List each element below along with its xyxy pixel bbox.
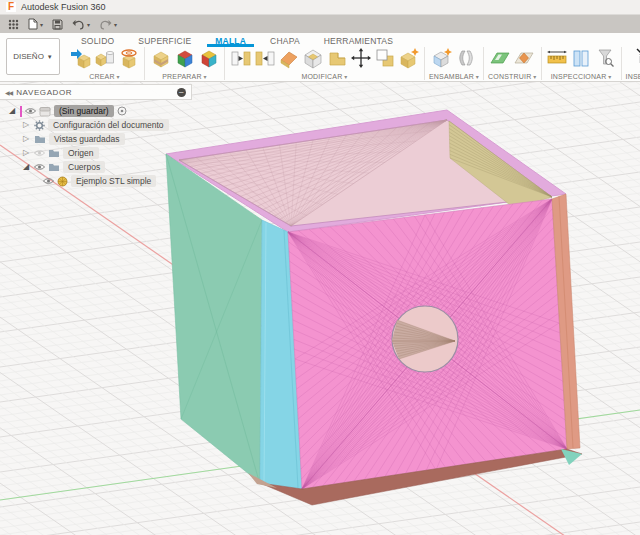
collapse-panel-icon[interactable]: ◀◀ (5, 89, 12, 96)
expanded-arrow-icon[interactable]: ◢ (9, 107, 17, 115)
erase-and-fill-icon[interactable] (277, 47, 300, 71)
collapsed-arrow-icon[interactable]: ▷ (23, 135, 31, 143)
tree-item-saved-views[interactable]: ▷ Vistas guardadas (0, 132, 192, 146)
group-label-insertar[interactable]: INSERTAR (626, 73, 640, 80)
app-launcher-icon[interactable] (8, 19, 19, 30)
tree-item-document-settings[interactable]: ▷ Configuración del documento (0, 118, 192, 132)
group-construir: CONSTRUIR (484, 47, 542, 80)
navigator-title: NAVEGADOR (16, 88, 173, 97)
tree-item-origin[interactable]: ▷ Origen (0, 146, 192, 160)
reduce-icon[interactable] (397, 47, 420, 71)
group-label-inspeccionar[interactable]: INSPECCIONAR (551, 73, 612, 80)
tab-chapa[interactable]: CHAPA (262, 33, 308, 47)
component-icon (39, 106, 51, 117)
tab-solido[interactable]: SOLIDO (73, 33, 122, 47)
file-new-icon[interactable]: ▾ (28, 18, 43, 30)
group-preparar: PREPARAR (145, 47, 225, 80)
group-modificar: MODIFICAR (225, 47, 425, 80)
active-document-marker (20, 106, 22, 117)
visibility-eye-off-icon[interactable] (34, 149, 45, 157)
visibility-eye-icon[interactable] (25, 107, 36, 115)
mesh-body-icon (57, 176, 68, 187)
section-analysis-icon[interactable] (570, 47, 593, 71)
curvature-analysis-icon[interactable] (594, 47, 617, 71)
save-icon[interactable] (52, 19, 63, 30)
collapsed-arrow-icon[interactable]: ▷ (23, 121, 31, 129)
construction-plane-icon[interactable] (489, 47, 512, 71)
visibility-eye-icon[interactable] (34, 163, 45, 171)
tree-item-document-root[interactable]: ◢ (Sin guardar) (0, 104, 192, 118)
mesh-revolve-icon[interactable] (117, 47, 140, 71)
tree-item-mesh-body[interactable]: Ejemplo STL simple (0, 174, 192, 188)
tab-herramientas[interactable]: HERRAMIENTAS (316, 33, 401, 47)
ribbon: DISEÑO▼ SOLIDO SUPERFICIE MALLA CHAPA HE… (0, 33, 640, 82)
ribbon-tabs: SOLIDO SUPERFICIE MALLA CHAPA HERRAMIENT… (65, 33, 640, 47)
navigator-header[interactable]: ◀◀ NAVEGADOR – (0, 84, 192, 100)
document-name-label: (Sin guardar) (54, 105, 114, 117)
tree-item-label: Configuración del documento (48, 119, 169, 131)
shell-mesh-icon[interactable] (301, 47, 324, 71)
measure-icon[interactable] (546, 47, 569, 71)
ribbon-groups: CREAR PREPARAR (65, 47, 640, 80)
move-mesh-icon[interactable] (349, 47, 372, 71)
undo-icon[interactable]: ▾ (72, 19, 90, 30)
gear-icon (34, 120, 45, 131)
group-label-ensamblar[interactable]: ENSAMBLAR (429, 73, 479, 80)
fusion-logo-icon: F (6, 2, 16, 12)
viewport-3d[interactable]: ◀◀ NAVEGADOR – ◢ (Sin guardar) ▷ Configu… (0, 82, 640, 535)
insert-derive-icon[interactable] (635, 47, 640, 71)
plane-cut-icon[interactable] (373, 47, 396, 71)
paint-face-groups-icon[interactable] (197, 47, 220, 71)
tab-superficie[interactable]: SUPERFICIE (130, 33, 199, 47)
insert-mesh-icon[interactable] (69, 47, 92, 71)
design-workspace-button[interactable]: DISEÑO▼ (6, 38, 60, 75)
quick-access-toolbar: ▾ ▾ ▾ (0, 15, 640, 33)
generate-face-groups-icon[interactable] (173, 47, 196, 71)
remesh-icon[interactable] (229, 47, 252, 71)
window-title: Autodesk Fusion 360 (21, 2, 106, 12)
visibility-eye-icon[interactable] (43, 177, 54, 185)
construction-plane-angle-icon[interactable] (513, 47, 536, 71)
group-label-modificar[interactable]: MODIFICAR (301, 73, 347, 80)
tree-item-label: Vistas guardadas (49, 133, 125, 145)
redo-icon[interactable]: ▾ (99, 19, 117, 30)
group-label-preparar[interactable]: PREPARAR (162, 73, 207, 80)
display-settings-icon[interactable]: – (177, 88, 186, 97)
folder-icon (34, 134, 46, 144)
group-inspeccionar: INSPECCIONAR (542, 47, 622, 80)
tab-malla[interactable]: MALLA (207, 33, 254, 47)
tree-item-label: Cuerpos (63, 161, 105, 173)
reduce-faces-icon[interactable] (253, 47, 276, 71)
mesh-primitives-icon[interactable] (93, 47, 116, 71)
new-component-icon[interactable] (431, 47, 454, 71)
tree-item-bodies[interactable]: ◢ Cuerpos (0, 160, 192, 174)
collapsed-arrow-icon[interactable]: ▷ (23, 149, 31, 157)
group-label-crear[interactable]: CREAR (89, 73, 120, 80)
group-crear: CREAR (65, 47, 145, 80)
tree-item-label: Ejemplo STL simple (71, 175, 156, 187)
joint-icon[interactable] (455, 47, 478, 71)
tree-item-label: Origen (63, 147, 99, 159)
group-insertar: INSERTAR (622, 47, 640, 80)
remesh-prepare-icon[interactable] (149, 47, 172, 71)
folder-icon (48, 162, 60, 172)
window-titlebar: F Autodesk Fusion 360 (0, 0, 640, 15)
navigator-panel: ◀◀ NAVEGADOR – ◢ (Sin guardar) ▷ Configu… (0, 84, 192, 188)
combine-mesh-icon[interactable] (325, 47, 348, 71)
in-place-edit-icon[interactable] (117, 106, 127, 116)
navigator-tree: ◢ (Sin guardar) ▷ Configuración del docu… (0, 100, 192, 188)
folder-icon (48, 148, 60, 158)
expanded-arrow-icon[interactable]: ◢ (23, 163, 31, 171)
group-ensamblar: ENSAMBLAR (425, 47, 484, 80)
group-label-construir[interactable]: CONSTRUIR (488, 73, 537, 80)
